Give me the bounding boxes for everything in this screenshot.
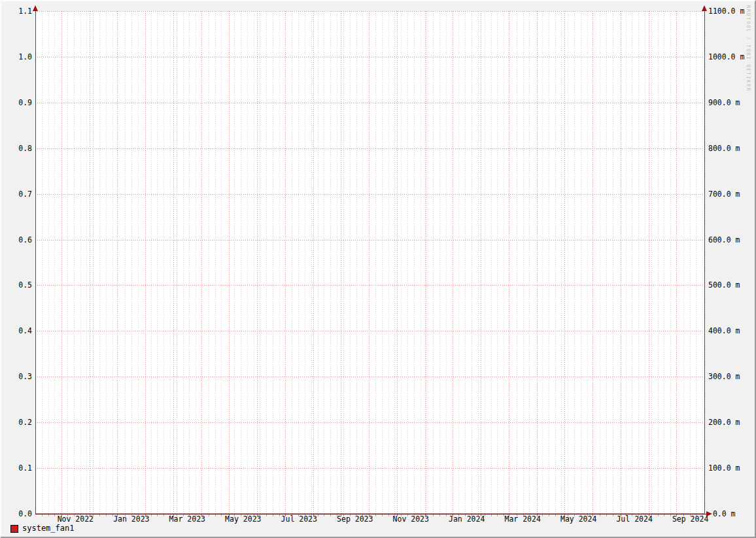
x-tick-month: [537, 514, 538, 516]
v-gridline-week: [690, 11, 691, 514]
x-tick-week: [414, 514, 415, 516]
v-gridline-week: [177, 11, 177, 514]
x-tick-week: [549, 514, 549, 516]
x-tick-week: [254, 514, 254, 516]
v-gridline-week: [362, 11, 363, 514]
x-tick-week: [472, 514, 472, 516]
v-gridline-month: [509, 11, 509, 514]
v-gridline-week: [421, 11, 421, 514]
v-gridline-week: [555, 11, 556, 514]
v-gridline-week: [209, 11, 209, 514]
x-tick-week: [170, 514, 171, 516]
v-gridline-week: [606, 11, 607, 514]
v-gridline-week: [350, 11, 351, 514]
v-gridline-week: [632, 11, 632, 514]
v-gridline-week: [426, 11, 427, 514]
v-gridline-week: [330, 11, 331, 514]
v-gridline-week: [273, 11, 273, 514]
v-gridline-week: [125, 11, 126, 514]
v-gridline-week: [99, 11, 100, 514]
v-gridline-week: [658, 11, 659, 514]
v-gridline-month: [369, 11, 369, 514]
y-axis-left-arrow-icon: [33, 5, 38, 11]
x-tick-month: [90, 514, 90, 516]
x-tick-week: [465, 514, 466, 516]
x-tick-week: [696, 514, 696, 516]
v-gridline-week: [215, 11, 216, 514]
v-gridline-month: [229, 11, 230, 514]
y-axis-label-right: 800.0 m: [708, 144, 740, 153]
y-axis-label-left: 0.4: [1, 326, 32, 335]
v-gridline-month: [145, 11, 146, 514]
y-axis-label-left: 0.2: [1, 418, 32, 427]
v-gridline-week: [670, 11, 671, 514]
y-axis-label-right: 1100.0 m: [708, 7, 744, 16]
x-tick-week: [581, 514, 581, 516]
v-gridline-month: [201, 11, 202, 514]
v-gridline-week: [292, 11, 292, 514]
v-gridline-month: [285, 11, 286, 514]
x-tick-week: [458, 514, 459, 516]
x-tick-week: [48, 514, 49, 516]
x-tick-week: [606, 514, 607, 516]
v-gridline-week: [587, 11, 588, 514]
v-gridline-week: [561, 11, 562, 514]
y-axis-label-left: 0.7: [1, 190, 32, 199]
v-gridline-month: [621, 11, 621, 514]
v-gridline-week: [48, 11, 49, 514]
x-tick-week: [375, 514, 376, 516]
v-gridline-month: [453, 11, 453, 514]
x-tick-week: [555, 514, 556, 516]
y-axis-right-arrow-icon: [702, 5, 707, 11]
v-gridline-week: [613, 11, 613, 514]
x-tick-month: [201, 514, 202, 516]
v-gridline-week: [446, 11, 447, 514]
v-gridline-week: [138, 11, 139, 514]
x-tick-month: [369, 514, 369, 516]
x-tick-month: [676, 514, 677, 516]
x-tick-week: [613, 514, 613, 516]
v-gridline-month: [676, 11, 677, 514]
v-gridline-week: [478, 11, 479, 514]
v-gridline-week: [170, 11, 171, 514]
v-gridline-month: [564, 11, 565, 514]
v-gridline-week: [497, 11, 498, 514]
x-tick-month: [313, 514, 314, 516]
rrdtool-watermark: RRDTOOL / TOBI OETIKER: [746, 5, 751, 92]
x-tick-week: [99, 514, 100, 516]
x-tick-week: [209, 514, 209, 516]
v-gridline-week: [67, 11, 68, 514]
v-gridline-week: [254, 11, 254, 514]
v-gridline-week: [183, 11, 184, 514]
v-gridline-week: [568, 11, 568, 514]
rrdtool-graph-canvas: 1.11.00.90.80.70.60.50.40.30.20.10.01100…: [0, 0, 756, 538]
x-tick-week: [330, 514, 331, 516]
x-tick-month: [509, 514, 509, 516]
plot-area: [35, 11, 704, 514]
y-axis-label-right: 1000.0 m: [708, 52, 744, 61]
y-axis-label-left: 0.9: [1, 98, 32, 107]
x-tick-week: [80, 514, 81, 516]
y-axis-left: [35, 8, 36, 514]
x-tick-month: [481, 514, 481, 516]
v-gridline-week: [645, 11, 645, 514]
v-gridline-week: [151, 11, 152, 514]
v-gridline-month: [117, 11, 118, 514]
x-tick-week: [497, 514, 498, 516]
h-gridline: [35, 57, 704, 58]
h-gridline: [35, 240, 704, 241]
x-tick-week: [125, 514, 126, 516]
x-tick-week: [305, 514, 305, 516]
v-gridline-week: [157, 11, 158, 514]
x-tick-month: [117, 514, 118, 516]
y-axis-label-right: 300.0 m: [708, 372, 740, 381]
x-tick-week: [67, 514, 68, 516]
x-tick-month: [453, 514, 453, 516]
legend-label: system_fan1: [22, 524, 74, 533]
x-tick-week: [407, 514, 408, 516]
v-gridline-week: [163, 11, 164, 514]
x-tick-week: [690, 514, 691, 516]
x-tick-week: [183, 514, 184, 516]
v-gridline-week: [112, 11, 113, 514]
v-gridline-week: [382, 11, 383, 514]
